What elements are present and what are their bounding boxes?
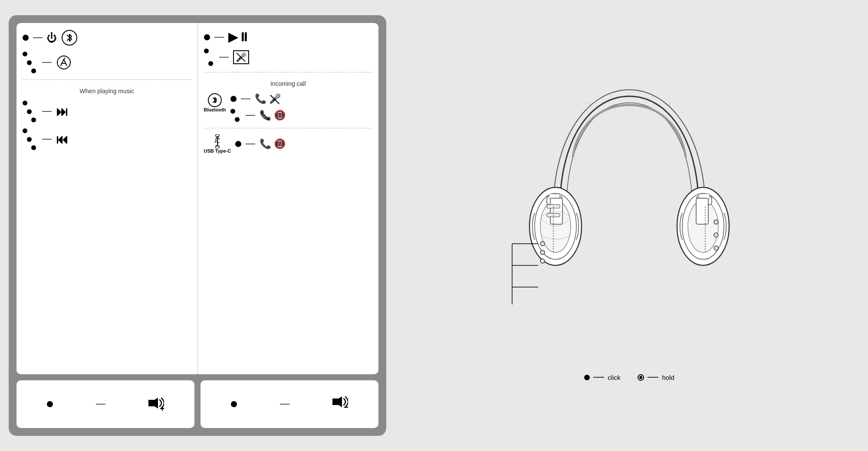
end-icon-usb: 📵 bbox=[274, 138, 286, 150]
right-section-divider bbox=[204, 72, 373, 72]
hold-dot-1 bbox=[23, 101, 27, 105]
mute-mic-box-icon: 🎤 bbox=[233, 50, 249, 64]
hold-dot-group bbox=[23, 52, 36, 73]
svg-line-39 bbox=[668, 103, 671, 106]
hold-dot-group-mute bbox=[204, 49, 213, 66]
left-section: ⏻ bbox=[16, 23, 198, 374]
row-hold-next: ⏭ bbox=[23, 101, 191, 122]
legend-hold-outer bbox=[638, 374, 644, 381]
hold-dot-2 bbox=[235, 117, 240, 122]
vol-down-dash bbox=[280, 404, 289, 405]
incoming-call-usb: USB Type-C 📞 📵 bbox=[204, 134, 373, 154]
hold-dot-2 bbox=[27, 137, 32, 142]
main-container: ⏻ bbox=[9, 9, 859, 442]
svg-point-30 bbox=[714, 233, 718, 237]
usb-section-divider bbox=[204, 128, 373, 128]
icon-bluetooth bbox=[62, 30, 77, 46]
svg-rect-2 bbox=[216, 134, 219, 137]
hold-dot-2 bbox=[27, 109, 32, 114]
incoming-call-title: Incoming call bbox=[204, 80, 373, 87]
incoming-call-bluetooth: Bluetooth 📞 🎤 bbox=[204, 93, 373, 122]
row-hold-athos bbox=[23, 52, 191, 73]
phone-answer-icon-usb: 📞 bbox=[260, 138, 271, 150]
vol-up-click-dot bbox=[47, 401, 53, 407]
athos-icon bbox=[56, 55, 72, 70]
hold-dot-2 bbox=[27, 60, 32, 65]
gray-panel: ⏻ bbox=[9, 15, 386, 436]
when-playing-music-title: When playing music bbox=[23, 88, 191, 95]
legend-hold: hold bbox=[638, 374, 674, 381]
hold-dot-2 bbox=[208, 61, 213, 66]
phone-answer-icon: 📞 bbox=[255, 93, 266, 105]
hold-dot-3 bbox=[31, 118, 36, 122]
instruction-panel: ⏻ bbox=[16, 23, 378, 374]
hold-dot-group-prev bbox=[23, 128, 36, 150]
row-hold-prev: ⏮ bbox=[23, 128, 191, 150]
headphone-container bbox=[503, 70, 755, 365]
legend-hold-inner bbox=[639, 376, 642, 379]
legend-click: click bbox=[584, 374, 620, 381]
svg-point-0 bbox=[57, 56, 70, 69]
row-power-bluetooth: ⏻ bbox=[23, 30, 191, 46]
svg-line-38 bbox=[588, 103, 590, 106]
usb-icon bbox=[213, 134, 222, 148]
row-play-pause: ▶⏸ bbox=[204, 30, 373, 44]
dash bbox=[42, 62, 52, 63]
right-area: click hold bbox=[386, 9, 859, 442]
hold-dot-group-next bbox=[23, 101, 36, 122]
legend-click-dot bbox=[584, 375, 590, 380]
answer-mute-icons: 📞 🎤 bbox=[255, 93, 281, 105]
section-divider bbox=[23, 79, 191, 80]
end-call-icon: 📵 bbox=[274, 110, 286, 121]
hold-dot-1 bbox=[230, 109, 235, 114]
usb-answer-icons: 📞 📵 bbox=[260, 138, 286, 150]
play-pause-icon: ▶⏸ bbox=[228, 30, 250, 44]
svg-point-31 bbox=[714, 246, 718, 250]
legend-hold-dash bbox=[648, 377, 658, 378]
svg-point-29 bbox=[714, 220, 718, 224]
dash bbox=[33, 37, 43, 38]
row-answer-mute: 📞 🎤 bbox=[230, 93, 372, 105]
skip-prev-icon: ⏮ bbox=[56, 132, 68, 147]
right-section: ▶⏸ 🎤 bbox=[198, 23, 379, 374]
phone-slash-icon: 📞 bbox=[260, 110, 271, 121]
bluetooth-icon bbox=[208, 93, 222, 107]
mic-slash-icon: 🎤 bbox=[269, 93, 281, 105]
hold-dot-3 bbox=[31, 69, 36, 73]
hold-dot-1 bbox=[23, 128, 27, 133]
svg-rect-28 bbox=[696, 198, 708, 224]
headphone-svg bbox=[503, 70, 755, 365]
bluetooth-circle-icon bbox=[62, 30, 77, 46]
legend-hold-label: hold bbox=[662, 374, 674, 381]
click-dot bbox=[23, 35, 29, 41]
vol-down-icon bbox=[332, 396, 348, 412]
dash bbox=[246, 144, 255, 144]
svg-marker-9 bbox=[148, 398, 158, 409]
click-dot bbox=[230, 96, 237, 102]
click-dot bbox=[235, 141, 241, 147]
row-reject: 📞 📵 bbox=[230, 109, 372, 122]
legend-click-dash bbox=[593, 377, 604, 378]
dash bbox=[246, 115, 255, 116]
dash bbox=[42, 111, 52, 112]
usb-label-box: USB Type-C bbox=[204, 134, 231, 154]
vol-down-click-dot bbox=[231, 401, 237, 407]
hold-dot-1 bbox=[204, 49, 209, 53]
legend-hold-icon bbox=[638, 374, 644, 381]
svg-point-22 bbox=[540, 259, 545, 263]
bluetooth-call-rows: 📞 🎤 bbox=[230, 93, 372, 122]
bluetooth-label-box: Bluetooth bbox=[204, 93, 226, 112]
hold-dot-1 bbox=[23, 52, 27, 56]
icon-power: ⏻ bbox=[47, 32, 57, 44]
row-hold-mute-mic: 🎤 bbox=[204, 49, 373, 66]
usb-label-text: USB Type-C bbox=[204, 148, 231, 154]
dash bbox=[219, 57, 229, 58]
vol-up-icon bbox=[148, 398, 164, 411]
skip-next-icon: ⏭ bbox=[56, 105, 68, 119]
svg-point-21 bbox=[540, 250, 545, 255]
legend-row: click hold bbox=[584, 374, 674, 381]
vol-up-button[interactable] bbox=[16, 380, 194, 428]
svg-marker-12 bbox=[332, 396, 342, 407]
vol-down-button[interactable] bbox=[201, 380, 378, 428]
row-usb-answer: 📞 📵 bbox=[235, 138, 372, 150]
